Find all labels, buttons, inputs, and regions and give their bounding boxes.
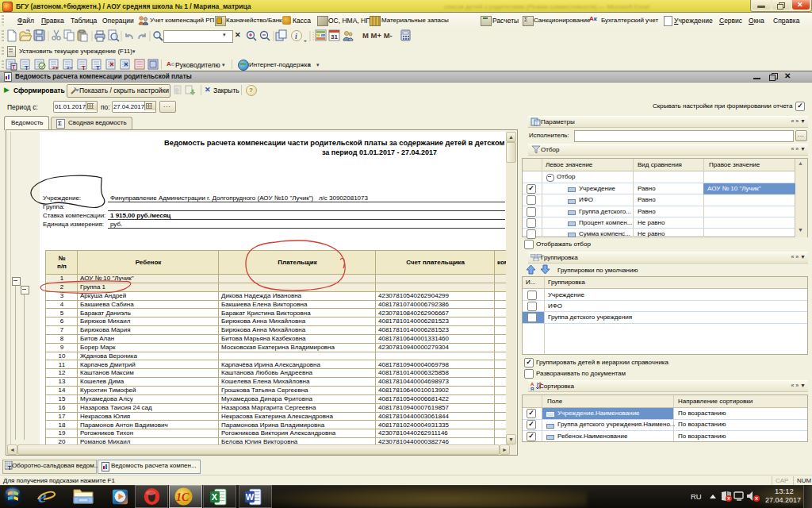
svg-text:₂₊: ₂₊ xyxy=(52,64,59,71)
svg-text:Я: Я xyxy=(530,387,534,391)
svg-text:Т: Т xyxy=(96,64,100,71)
svg-text:Т: Т xyxy=(82,64,86,71)
svg-text:i: i xyxy=(295,32,297,40)
svg-text:W: W xyxy=(246,492,255,502)
svg-text:X: X xyxy=(212,492,218,502)
svg-text:31: 31 xyxy=(331,33,338,40)
svg-text:Т: Т xyxy=(25,64,29,71)
svg-text:1С: 1С xyxy=(176,491,190,503)
svg-text:Т: Т xyxy=(12,64,16,70)
svg-text:₂₋: ₂₋ xyxy=(67,64,73,71)
